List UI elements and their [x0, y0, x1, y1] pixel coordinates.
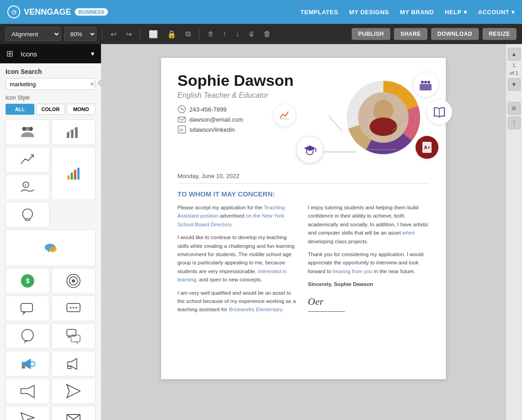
signature: Oer — [308, 293, 429, 309]
nav-templates[interactable]: TEMPLATES — [300, 9, 338, 16]
publish-button[interactable]: PUBLISH — [352, 28, 390, 40]
scroll-up-button[interactable]: ▲ — [508, 48, 521, 61]
search-submit-icon[interactable]: 🔍 — [98, 80, 101, 88]
redo-button[interactable]: ↪ — [123, 28, 135, 40]
nav-help[interactable]: HELP ▾ — [445, 9, 467, 16]
icon-chat-multi[interactable] — [51, 323, 95, 349]
lightbulb-icon — [19, 207, 36, 223]
panel-title: Icons — [21, 50, 37, 58]
nav-my-designs[interactable]: MY DESIGNS — [349, 9, 389, 16]
bring-forward-button[interactable]: ↑ — [220, 28, 229, 40]
svg-text:in: in — [180, 128, 183, 132]
nav-account[interactable]: ACCOUNT ▾ — [478, 9, 515, 16]
search-input[interactable] — [10, 81, 87, 88]
icon-hand-coin[interactable]: $ — [6, 174, 50, 200]
megaphone-color-icon — [19, 355, 36, 372]
icon-chart-bars[interactable] — [51, 119, 95, 145]
search-section-title: Icon Search — [6, 68, 95, 75]
svg-point-78 — [370, 118, 397, 136]
resize-button[interactable]: RESIZE — [483, 28, 516, 40]
svg-text:$: $ — [26, 277, 29, 285]
svg-point-21 — [49, 246, 56, 252]
style-mono-button[interactable]: MONO — [67, 104, 95, 115]
icon-megaphone-color[interactable] — [6, 351, 50, 376]
letter-p4: I enjoy tutoring students and helping th… — [308, 203, 429, 246]
svg-marker-87 — [304, 146, 316, 151]
svg-line-49 — [28, 418, 34, 420]
float-icon-book — [427, 99, 452, 125]
icon-target[interactable] — [51, 268, 95, 294]
search-clear-icon[interactable]: ✕ — [90, 80, 95, 88]
svg-marker-43 — [67, 358, 77, 369]
more-button[interactable]: ⋮ — [508, 117, 521, 129]
send-backward-button[interactable]: ↓ — [233, 28, 242, 40]
svg-text:$: $ — [25, 183, 27, 187]
float-icon-stats — [273, 104, 296, 127]
icon-chat-dots[interactable] — [51, 296, 95, 321]
icon-megaphone-mono[interactable] — [51, 351, 95, 376]
chat-multi-icon — [65, 328, 82, 344]
icon-growth-color[interactable] — [51, 147, 95, 200]
icon-lightbulb[interactable] — [6, 202, 50, 228]
megaphone-mono-icon — [65, 355, 82, 372]
announce-cone-icon — [19, 383, 36, 399]
style-all-button[interactable]: ALL — [6, 104, 34, 115]
contact-linkedin: in sdawson/linkedin — [178, 125, 294, 134]
download-button[interactable]: DOWNLOAD — [431, 28, 479, 40]
scroll-down-button[interactable]: ▼ — [508, 78, 521, 91]
colorful-chat-icon — [42, 240, 59, 256]
phone-icon — [178, 105, 186, 113]
page-total: of 1 — [510, 70, 518, 76]
grade-icon: A+ — [421, 141, 433, 154]
icon-announce-cone[interactable] — [6, 378, 50, 404]
svg-point-31 — [70, 307, 72, 308]
frame-button[interactable]: ⬜ — [146, 28, 161, 40]
send-back-button[interactable]: ⤋ — [246, 28, 257, 40]
share-button[interactable]: SHARE — [394, 28, 427, 40]
letter-p3: I am very well qualified and would be an… — [178, 289, 299, 314]
alignment-select[interactable]: Alignment — [6, 27, 61, 41]
svg-marker-46 — [67, 385, 80, 398]
svg-rect-28 — [21, 303, 33, 312]
canvas-area[interactable]: Sophie Dawson English Teacher & Educator… — [101, 44, 505, 420]
panel-icon: ⊞ — [6, 49, 13, 59]
delete-button[interactable]: 🗑 — [261, 28, 274, 40]
brand-logo[interactable]: ◷ VENNGAGE BUSINESS — [7, 6, 108, 18]
svg-rect-44 — [67, 366, 71, 368]
svg-point-82 — [427, 81, 430, 84]
style-color-button[interactable]: COLOR — [36, 104, 65, 115]
icon-speech-bubble[interactable] — [6, 296, 50, 321]
nav-links: TEMPLATES MY DESIGNS MY BRAND HELP ▾ ACC… — [300, 9, 515, 16]
editor-toolbar: Alignment 80% ↩ ↪ ⬜ 🔒 ⧉ ⤊ ↑ ↓ ⤋ 🗑 PUBLIS… — [0, 24, 522, 44]
letter-date: Monday, June 10, 2022 — [178, 173, 429, 179]
icon-paper-plane[interactable] — [51, 378, 95, 404]
icon-dollar-circle[interactable]: $ — [6, 268, 50, 294]
bring-front-button[interactable]: ⤊ — [205, 28, 216, 40]
svg-rect-5 — [75, 127, 78, 138]
letter-closing: Sincerely, Sophie Dawson — [308, 281, 373, 287]
svg-rect-41 — [22, 366, 25, 368]
copy-page-button[interactable]: ⧉ — [508, 102, 521, 115]
growth-arrow-icon — [19, 151, 36, 168]
signature-line — [308, 311, 345, 312]
nav-my-brand[interactable]: MY BRAND — [400, 9, 434, 16]
icon-chat-color[interactable] — [6, 230, 95, 266]
graduation-icon — [302, 142, 318, 157]
icon-group-people[interactable] — [6, 119, 50, 145]
zoom-select[interactable]: 80% — [64, 27, 96, 41]
lock-button[interactable]: 🔒 — [164, 28, 179, 40]
svg-text:A+: A+ — [424, 145, 430, 150]
float-icon-grade: A+ — [415, 136, 438, 159]
icon-envelope[interactable] — [51, 406, 95, 420]
panel-dropdown-arrow[interactable]: ▾ — [91, 50, 95, 58]
document: Sophie Dawson English Teacher & Educator… — [161, 58, 446, 379]
style-buttons: ALL COLOR MONO — [6, 104, 95, 115]
float-icon-graduation — [296, 136, 324, 163]
icon-paper-plane-2[interactable] — [6, 406, 50, 420]
undo-button[interactable]: ↩ — [108, 28, 119, 40]
icon-growth-mono[interactable] — [6, 147, 50, 173]
svg-point-14 — [74, 170, 75, 171]
copy-button[interactable]: ⧉ — [183, 28, 193, 40]
icon-speech-round[interactable] — [6, 323, 50, 349]
panel-header: ⊞ Icons ▾ — [0, 44, 101, 63]
